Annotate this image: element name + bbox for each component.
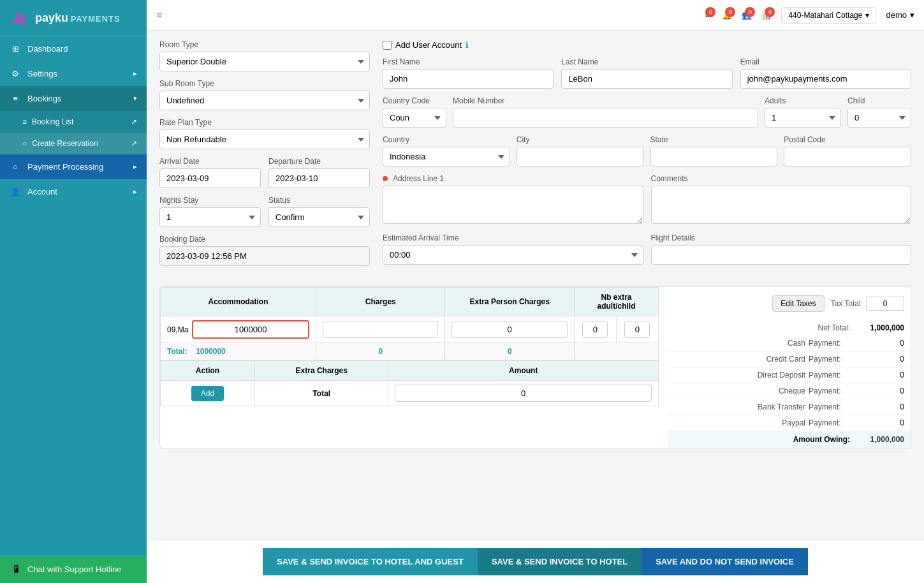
save-no-send-button[interactable]: SAVE AND DO NOT SEND INVOICE bbox=[642, 548, 808, 575]
amount-owing-row: Amount Owing: 1,000,000 bbox=[668, 431, 911, 448]
state-input[interactable] bbox=[650, 147, 778, 166]
flight-details-group: Flight Details bbox=[651, 233, 912, 265]
save-send-hotel-button[interactable]: SAVE & SEND INVOICE TO HOTEL bbox=[478, 548, 642, 575]
nb-extra-v1-input[interactable] bbox=[582, 321, 608, 338]
billing-date-cell: 09,Ma bbox=[161, 316, 316, 343]
user-menu[interactable]: demo ▾ bbox=[886, 10, 914, 20]
edit-taxes-button[interactable]: Edit Taxes bbox=[772, 295, 824, 312]
action-row: Add Total bbox=[161, 381, 659, 406]
billing-row: 09,Ma bbox=[161, 316, 659, 343]
room-type-select[interactable]: Superior Double bbox=[159, 52, 370, 71]
sidebar-item-settings[interactable]: ⚙ Settings ▸ bbox=[0, 61, 147, 86]
postal-code-group: Postal Code bbox=[784, 135, 911, 166]
adults-select[interactable]: 1 bbox=[765, 108, 841, 128]
form-right: Add User Account ℹ First Name Last Name … bbox=[383, 40, 911, 274]
status-group: Status Confirm bbox=[268, 196, 370, 227]
city-input[interactable] bbox=[517, 147, 644, 166]
adults-group: Adults 1 bbox=[765, 96, 841, 128]
rate-plan-label: Rate Plan Type bbox=[159, 118, 370, 127]
departure-date-input[interactable] bbox=[268, 168, 370, 188]
arrival-date-input[interactable] bbox=[159, 168, 261, 188]
accommodation-input[interactable] bbox=[192, 320, 309, 339]
bank-transfer-label: Bank Transfer bbox=[675, 402, 809, 411]
sidebar-sub-label: Booking List bbox=[32, 117, 73, 126]
user-chevron-icon: ▾ bbox=[910, 10, 914, 20]
charges-cell bbox=[316, 316, 445, 343]
dropdown-chevron-icon: ▾ bbox=[865, 11, 869, 20]
postal-code-input[interactable] bbox=[784, 147, 911, 166]
row-date: 09,Ma bbox=[167, 325, 188, 334]
add-user-account-checkbox[interactable] bbox=[383, 41, 392, 50]
country-group: Country Indonesia bbox=[383, 135, 510, 166]
sub-room-type-select[interactable]: Undefined bbox=[159, 91, 370, 110]
sidebar-item-booking-list[interactable]: ≡ Booking List ↗ bbox=[0, 111, 147, 133]
col-extra-person: Extra Person Charges bbox=[445, 288, 574, 316]
amount-owing-value: 1,000,000 bbox=[853, 435, 904, 444]
logo: payku PAYMENTS bbox=[0, 0, 147, 36]
address-line1-label: Address Line 1 bbox=[393, 174, 444, 183]
estimated-arrival-select[interactable]: 00:00 bbox=[383, 245, 643, 265]
cheque-payment-label: Payment: bbox=[809, 387, 853, 395]
nights-stay-select[interactable]: 1 bbox=[159, 207, 261, 227]
sidebar-item-create-reservation[interactable]: ○ Create Reservation ↗ bbox=[0, 133, 147, 154]
sidebar-item-label: Bookings bbox=[27, 94, 61, 103]
list-icon: ≡ bbox=[22, 117, 27, 126]
country-code-label: Country Code bbox=[383, 96, 446, 105]
address-line1-textarea[interactable] bbox=[383, 186, 643, 224]
last-name-input[interactable] bbox=[561, 69, 732, 89]
rate-plan-select[interactable]: Non Refundable bbox=[159, 129, 370, 149]
messages-icon-badge[interactable]: ✉ 0 bbox=[705, 10, 712, 20]
property-dropdown[interactable]: 440-Matahari Cottage ▾ bbox=[781, 7, 876, 24]
direct-deposit-label: Direct Deposit bbox=[675, 371, 809, 380]
bell-icon-badge[interactable]: 🔔 0 bbox=[722, 10, 732, 20]
comments-textarea[interactable] bbox=[651, 186, 912, 224]
last-name-label: Last Name bbox=[561, 57, 732, 66]
whatsapp-icon: 📱 bbox=[10, 563, 22, 575]
charges-input[interactable] bbox=[323, 321, 438, 338]
tax-total-input[interactable] bbox=[866, 297, 904, 311]
mobile-input[interactable] bbox=[453, 108, 758, 128]
arrival-flight-row: Estimated Arrival Time 00:00 Flight Deta… bbox=[383, 233, 911, 265]
add-button[interactable]: Add bbox=[191, 386, 224, 401]
first-name-input[interactable] bbox=[383, 69, 554, 89]
amount-input[interactable] bbox=[395, 385, 652, 402]
add-btn-cell: Add bbox=[161, 381, 255, 406]
extra-person-input[interactable] bbox=[451, 321, 567, 338]
hamburger-menu-icon[interactable]: ≡ bbox=[156, 10, 162, 21]
status-select[interactable]: Confirm bbox=[268, 207, 370, 227]
rate-plan-group: Rate Plan Type Non Refundable bbox=[159, 118, 370, 149]
country-select[interactable]: Indonesia bbox=[383, 147, 510, 166]
sidebar-item-payment-processing[interactable]: ○ Payment Processing ▸ bbox=[0, 154, 147, 179]
date-row: Arrival Date Departure Date bbox=[159, 157, 370, 188]
nb-extra-v2-cell bbox=[616, 316, 658, 343]
username: demo bbox=[886, 10, 907, 20]
account-icon: 👤 bbox=[10, 187, 21, 196]
settings-arrow-icon: ▸ bbox=[133, 70, 137, 78]
col-accommodation: Accommodation bbox=[161, 288, 316, 316]
amount-col: Amount bbox=[388, 361, 659, 381]
sidebar-item-bookings[interactable]: ≡ Bookings ▾ bbox=[0, 86, 147, 111]
sidebar: payku PAYMENTS ⊞ Dashboard ⚙ Settings ▸ … bbox=[0, 0, 147, 583]
city-group: City bbox=[517, 135, 644, 166]
stats-icon-badge[interactable]: 📊 0 bbox=[761, 10, 772, 20]
credit-card-row: Credit Card Payment: 0 bbox=[668, 351, 911, 367]
email-input[interactable] bbox=[740, 69, 911, 89]
country-code-select[interactable]: Coun bbox=[383, 108, 446, 128]
save-send-hotel-guest-button[interactable]: SAVE & SEND INVOICE TO HOTEL AND GUEST bbox=[263, 548, 478, 575]
booking-date-input bbox=[159, 246, 370, 266]
logo-payments: PAYMENTS bbox=[71, 14, 121, 24]
nb-extra-v2-input[interactable] bbox=[624, 321, 650, 338]
child-select[interactable]: 0 bbox=[847, 108, 911, 128]
sidebar-nav: ⊞ Dashboard ⚙ Settings ▸ ≡ Bookings ▾ ≡ … bbox=[0, 36, 147, 555]
amount-owing-label: Amount Owing: bbox=[675, 435, 853, 444]
extra-charges-total-cell: Total bbox=[255, 381, 388, 406]
sidebar-item-dashboard[interactable]: ⊞ Dashboard bbox=[0, 36, 147, 61]
payment-arrow-icon: ▸ bbox=[133, 163, 137, 171]
people-icon-badge[interactable]: 👥 0 bbox=[742, 10, 752, 20]
chat-support[interactable]: 📱 Chat with Support Hotline bbox=[0, 555, 147, 583]
departure-date-label: Departure Date bbox=[268, 157, 370, 166]
state-label: State bbox=[650, 135, 778, 144]
cash-label: Cash bbox=[675, 339, 809, 348]
sidebar-item-account[interactable]: 👤 Account ▸ bbox=[0, 179, 147, 204]
flight-details-input[interactable] bbox=[651, 245, 912, 265]
